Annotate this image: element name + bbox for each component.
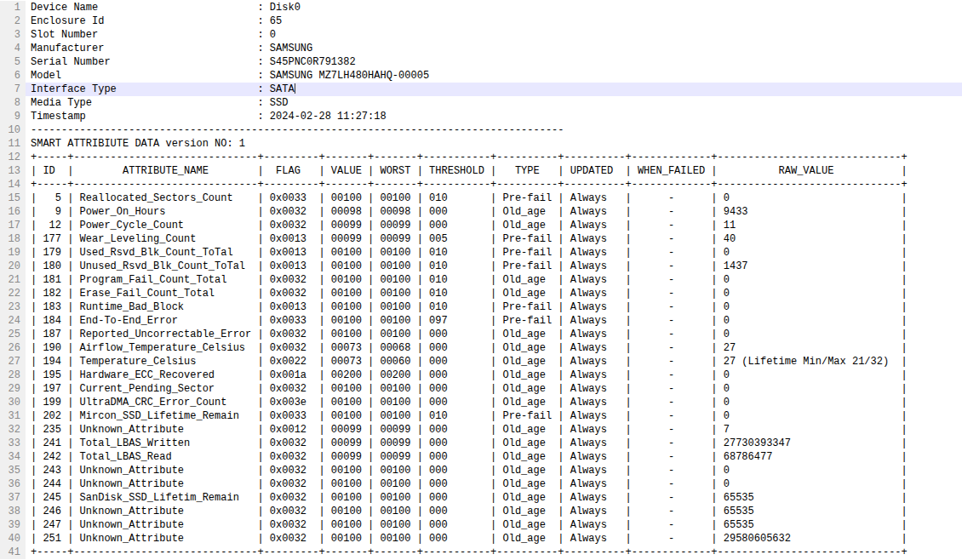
editor-line[interactable]: 29| 197 | Current_Pending_Sector | 0x003… <box>0 382 962 396</box>
line-content[interactable]: | 245 | SanDisk_SSD_Lifetim_Remain | 0x0… <box>26 491 962 505</box>
line-content[interactable]: Media Type : SSD <box>26 96 962 110</box>
line-content[interactable]: Device Name : Disk0 <box>26 1 962 14</box>
line-content[interactable]: | 194 | Temperature_Celsius | 0x0022 | 0… <box>26 355 962 369</box>
editor-line[interactable]: 14+-----+------------------------------+… <box>0 178 962 191</box>
editor-line[interactable]: 4Manufacturer : SAMSUNG <box>0 42 962 55</box>
line-content[interactable]: | 251 | Unknown_Attribute | 0x0032 | 001… <box>26 532 962 546</box>
editor-line[interactable]: 39| 247 | Unknown_Attribute | 0x0032 | 0… <box>0 518 962 532</box>
line-content[interactable]: Model : SAMSUNG MZ7LH480HAHQ-00005 <box>26 69 962 83</box>
line-number: 14 <box>0 178 26 191</box>
editor-line[interactable]: 16| 9 | Power_On_Hours | 0x0032 | 00098 … <box>0 205 962 219</box>
editor-line[interactable]: 34| 242 | Total_LBAS_Read | 0x0032 | 000… <box>0 450 962 464</box>
line-number: 28 <box>0 369 26 382</box>
line-content[interactable]: Timestamp : 2024-02-28 11:27:18 <box>26 110 962 123</box>
editor-line[interactable]: 8Media Type : SSD <box>0 96 962 110</box>
editor-line[interactable]: 10--------------------------------------… <box>0 123 962 137</box>
line-content[interactable]: | 197 | Current_Pending_Sector | 0x0032 … <box>26 382 962 396</box>
line-content[interactable]: | 187 | Reported_Uncorrectable_Error | 0… <box>26 328 962 341</box>
line-content[interactable]: | 177 | Wear_Leveling_Count | 0x0013 | 0… <box>26 232 962 246</box>
editor-line[interactable]: 9Timestamp : 2024-02-28 11:27:18 <box>0 110 962 123</box>
line-content[interactable]: | 244 | Unknown_Attribute | 0x0032 | 001… <box>26 477 962 491</box>
editor-line[interactable]: 25| 187 | Reported_Uncorrectable_Error |… <box>0 328 962 341</box>
line-content[interactable]: +-----+------------------------------+--… <box>26 546 962 559</box>
line-content[interactable]: Serial Number : S45PNC0R791382 <box>26 55 962 69</box>
line-content[interactable]: | 235 | Unknown_Attribute | 0x0012 | 000… <box>26 423 962 437</box>
editor-line[interactable]: 30| 199 | UltraDMA_CRC_Error_Count | 0x0… <box>0 396 962 409</box>
editor-line[interactable]: 36| 244 | Unknown_Attribute | 0x0032 | 0… <box>0 477 962 491</box>
line-content[interactable]: | ID | ATTRIBUTE_NAME | FLAG | VALUE | W… <box>26 164 962 178</box>
line-content[interactable]: | 181 | Program_Fail_Count_Total | 0x003… <box>26 273 962 287</box>
line-content[interactable]: | 179 | Used_Rsvd_Blk_Count_ToTal | 0x00… <box>26 246 962 260</box>
line-content[interactable]: | 190 | Airflow_Temperature_Celsius | 0x… <box>26 341 962 355</box>
line-number: 8 <box>0 96 26 110</box>
line-content[interactable]: | 184 | End-To-End_Error | 0x0033 | 0010… <box>26 314 962 328</box>
line-content[interactable]: Manufacturer : SAMSUNG <box>26 42 962 55</box>
editor-line[interactable]: 27| 194 | Temperature_Celsius | 0x0022 |… <box>0 355 962 369</box>
editor-line[interactable]: 1Device Name : Disk0 <box>0 1 962 14</box>
line-number: 13 <box>0 164 26 178</box>
line-number: 38 <box>0 505 26 518</box>
editor-line[interactable]: 40| 251 | Unknown_Attribute | 0x0032 | 0… <box>0 532 962 546</box>
editor-line[interactable]: 19| 179 | Used_Rsvd_Blk_Count_ToTal | 0x… <box>0 246 962 260</box>
line-content[interactable]: | 195 | Hardware_ECC_Recovered | 0x001a … <box>26 369 962 382</box>
editor-line[interactable]: 38| 246 | Unknown_Attribute | 0x0032 | 0… <box>0 505 962 518</box>
line-content[interactable]: | 5 | Reallocated_Sectors_Count | 0x0033… <box>26 191 962 205</box>
editor-line[interactable]: 32| 235 | Unknown_Attribute | 0x0012 | 0… <box>0 423 962 437</box>
editor-line[interactable]: 31| 202 | Mircon_SSD_Lifetime_Remain | 0… <box>0 409 962 423</box>
line-content[interactable]: | 182 | Erase_Fail_Count_Total | 0x0032 … <box>26 287 962 300</box>
line-content[interactable]: | 180 | Unused_Rsvd_Blk_Count_ToTal | 0x… <box>26 260 962 273</box>
editor-line[interactable]: 12+-----+------------------------------+… <box>0 151 962 164</box>
editor-line[interactable]: 33| 241 | Total_LBAS_Written | 0x0032 | … <box>0 437 962 450</box>
line-content[interactable]: | 241 | Total_LBAS_Written | 0x0032 | 00… <box>26 437 962 450</box>
editor-line[interactable]: 11SMART ATTRIBIUTE DATA version NO: 1 <box>0 137 962 151</box>
line-content[interactable]: | 242 | Total_LBAS_Read | 0x0032 | 00099… <box>26 450 962 464</box>
line-content[interactable]: | 247 | Unknown_Attribute | 0x0032 | 001… <box>26 518 962 532</box>
line-content[interactable]: Interface Type : SATA <box>26 83 962 96</box>
editor-line[interactable]: 2Enclosure Id : 65 <box>0 14 962 28</box>
line-content[interactable]: | 243 | Unknown_Attribute | 0x0032 | 001… <box>26 464 962 477</box>
line-number: 2 <box>0 14 26 28</box>
editor-line[interactable]: 17| 12 | Power_Cycle_Count | 0x0032 | 00… <box>0 219 962 232</box>
line-number: 3 <box>0 28 26 42</box>
editor-line[interactable]: 22| 182 | Erase_Fail_Count_Total | 0x003… <box>0 287 962 300</box>
editor-line[interactable]: 5Serial Number : S45PNC0R791382 <box>0 55 962 69</box>
text-editor[interactable]: 1Device Name : Disk02Enclosure Id : 653S… <box>0 0 962 559</box>
line-content[interactable]: Enclosure Id : 65 <box>26 14 962 28</box>
editor-line[interactable]: 41+-----+------------------------------+… <box>0 546 962 559</box>
line-content[interactable]: +-----+------------------------------+--… <box>26 178 962 191</box>
editor-line[interactable]: 6Model : SAMSUNG MZ7LH480HAHQ-00005 <box>0 69 962 83</box>
line-content[interactable]: +-----+------------------------------+--… <box>26 151 962 164</box>
line-number: 22 <box>0 287 26 300</box>
line-number: 4 <box>0 42 26 55</box>
editor-line[interactable]: 35| 243 | Unknown_Attribute | 0x0032 | 0… <box>0 464 962 477</box>
editor-line[interactable]: 3Slot Number : 0 <box>0 28 962 42</box>
line-content[interactable]: | 199 | UltraDMA_CRC_Error_Count | 0x003… <box>26 396 962 409</box>
line-number: 7 <box>0 83 26 96</box>
editor-line[interactable]: 28| 195 | Hardware_ECC_Recovered | 0x001… <box>0 369 962 382</box>
editor-line[interactable]: 23| 183 | Runtime_Bad_Block | 0x0013 | 0… <box>0 300 962 314</box>
line-number: 39 <box>0 518 26 532</box>
editor-line[interactable]: 21| 181 | Program_Fail_Count_Total | 0x0… <box>0 273 962 287</box>
editor-line[interactable]: 26| 190 | Airflow_Temperature_Celsius | … <box>0 341 962 355</box>
editor-line[interactable]: 7Interface Type : SATA <box>0 83 962 96</box>
line-number: 1 <box>0 1 26 14</box>
line-content[interactable]: | 9 | Power_On_Hours | 0x0032 | 00098 | … <box>26 205 962 219</box>
editor-line[interactable]: 15| 5 | Reallocated_Sectors_Count | 0x00… <box>0 191 962 205</box>
line-content[interactable]: ----------------------------------------… <box>26 123 962 137</box>
line-number: 35 <box>0 464 26 477</box>
line-number: 5 <box>0 55 26 69</box>
line-number: 6 <box>0 69 26 83</box>
line-number: 11 <box>0 137 26 151</box>
editor-line[interactable]: 13| ID | ATTRIBUTE_NAME | FLAG | VALUE |… <box>0 164 962 178</box>
line-content[interactable]: Slot Number : 0 <box>26 28 962 42</box>
line-content[interactable]: SMART ATTRIBIUTE DATA version NO: 1 <box>26 137 962 151</box>
editor-line[interactable]: 20| 180 | Unused_Rsvd_Blk_Count_ToTal | … <box>0 260 962 273</box>
line-content[interactable]: | 202 | Mircon_SSD_Lifetime_Remain | 0x0… <box>26 409 962 423</box>
line-number: 16 <box>0 205 26 219</box>
editor-line[interactable]: 37| 245 | SanDisk_SSD_Lifetim_Remain | 0… <box>0 491 962 505</box>
editor-line[interactable]: 18| 177 | Wear_Leveling_Count | 0x0013 |… <box>0 232 962 246</box>
editor-line[interactable]: 24| 184 | End-To-End_Error | 0x0033 | 00… <box>0 314 962 328</box>
line-content[interactable]: | 246 | Unknown_Attribute | 0x0032 | 001… <box>26 505 962 518</box>
line-content[interactable]: | 183 | Runtime_Bad_Block | 0x0013 | 001… <box>26 300 962 314</box>
line-content[interactable]: | 12 | Power_Cycle_Count | 0x0032 | 0009… <box>26 219 962 232</box>
